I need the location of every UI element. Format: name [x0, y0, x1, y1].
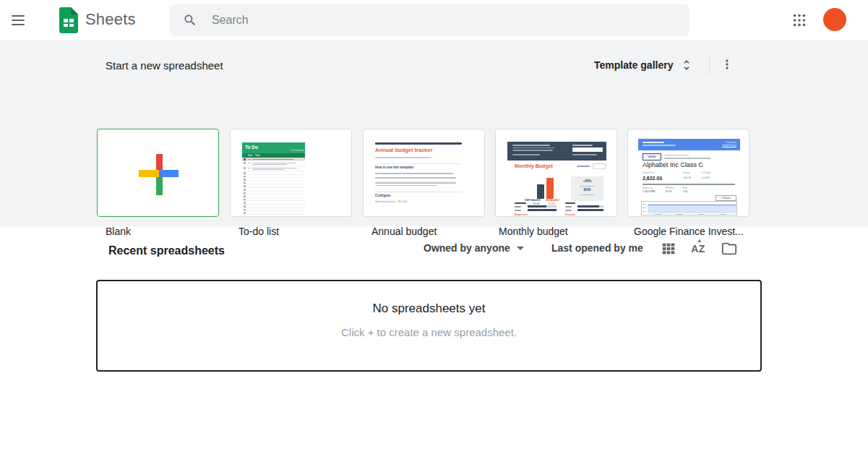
account-avatar[interactable]	[823, 8, 846, 31]
todo-thumb-completed: % Completed	[291, 150, 304, 152]
todo-thumb-rows	[242, 158, 305, 215]
empty-state-title: No spreadsheets yet	[98, 301, 760, 316]
empty-state-box: No spreadsheets yet Click + to create a …	[96, 280, 762, 372]
folder-icon	[721, 241, 737, 257]
apps-grid-icon	[791, 12, 807, 28]
finance-thumb-marketcap: 1,762.07BM	[643, 191, 655, 193]
todo-row	[242, 211, 305, 215]
sort-order-label: Last opened by me	[551, 242, 643, 254]
template-label-monthly: Monthly budget	[499, 226, 568, 237]
finance-thumb-chart	[641, 201, 737, 215]
finance-thumb-header: Powered by Google Finance	[638, 139, 740, 150]
template-card-todo-list[interactable]: To Do % Completed ✓ Date Task	[230, 129, 352, 217]
empty-state-subtitle: Click + to create a new spreadsheet.	[98, 326, 760, 338]
annual-thumb-title: Annual budget tracker	[375, 147, 433, 153]
template-label-annual: Annual budget	[371, 226, 437, 237]
kebab-menu-icon	[720, 57, 734, 72]
finance-thumb-range-button: 12 Months	[716, 195, 736, 201]
monthly-thumb-pct: +50%	[571, 180, 603, 184]
monthly-thumb-title: Monthly Budget	[515, 163, 553, 168]
monthly-thumb-header	[507, 142, 606, 161]
template-gallery-button[interactable]: Template gallery	[594, 59, 693, 72]
template-card-monthly-budget[interactable]: Monthly Budget START BALANCE END BALANCE…	[495, 129, 617, 217]
sort-order-button[interactable]: Last opened by me	[547, 241, 648, 254]
main-menu-button[interactable]	[12, 11, 32, 30]
annual-thumb-howto: How to use this template	[375, 166, 413, 170]
template-section-title: Start a new spreadsheet	[106, 59, 223, 72]
finance-thumb-pe: 30.74	[666, 191, 671, 193]
finance-thumb-change-label: Change	[683, 172, 690, 174]
apps-grid-button[interactable]	[790, 12, 809, 30]
grid-view-button[interactable]	[659, 239, 678, 258]
finance-thumb-beta-label: Beta	[683, 187, 687, 189]
template-gallery-control: Template gallery	[594, 55, 737, 75]
sort-az-button[interactable]: AZ▲	[689, 239, 708, 258]
todo-thumb-title: To Do	[245, 145, 258, 150]
monthly-thumb-end-value: $1,500	[549, 203, 555, 205]
search-bar[interactable]	[170, 4, 689, 36]
template-section: Start a new spreadsheet Template gallery	[0, 41, 868, 226]
owner-filter-dropdown[interactable]: Owned by anyone	[419, 241, 528, 254]
dropdown-arrow-icon	[517, 247, 524, 250]
grid-view-icon	[661, 241, 676, 257]
section-more-menu-button[interactable]	[717, 55, 737, 75]
app-name: Sheets	[85, 10, 136, 29]
todo-row	[242, 161, 305, 166]
todo-thumb-task-col: Task	[255, 155, 260, 157]
search-input[interactable]	[170, 4, 689, 36]
template-gallery-label: Template gallery	[594, 59, 673, 71]
sheets-home-page: Sheets Start a new spreadsheet Template …	[0, 0, 868, 462]
todo-thumb-header: To Do % Completed	[242, 142, 305, 153]
finance-thumb-provider: Google Finance	[722, 145, 736, 147]
monthly-thumb-summary-panel: +50% $500	[571, 176, 603, 201]
template-card-annual-budget[interactable]: Annual budget tracker How to use this te…	[363, 129, 485, 217]
finance-thumb-ticker: GOOG	[643, 153, 661, 161]
template-label-finance: Google Finance Invest...	[634, 226, 744, 237]
top-app-bar: Sheets	[0, 0, 868, 41]
finance-thumb-pct-change: +1.40%	[701, 177, 710, 180]
todo-row	[242, 166, 305, 171]
recent-section-title: Recent spreadsheets	[108, 244, 225, 257]
finance-thumb-change: +36.19	[683, 177, 691, 180]
finance-thumb-beta: 1.00	[683, 191, 687, 193]
finance-thumb-title: Alphabet Inc Class C	[643, 162, 703, 168]
vertical-divider	[709, 56, 710, 74]
finance-thumb-pe-label: P/E Ratio	[666, 187, 674, 189]
sheets-logo-icon[interactable]	[59, 7, 78, 36]
hamburger-icon	[12, 15, 32, 25]
unfold-more-icon	[680, 59, 693, 72]
annual-thumb-configure: Configure	[375, 194, 390, 198]
finance-thumb-price-label: Current Price	[643, 172, 654, 174]
todo-thumb-date-col: Date	[248, 155, 253, 157]
sort-az-icon: AZ▲	[691, 243, 705, 254]
template-label-blank: Blank	[106, 226, 131, 237]
monthly-thumb-start-value: $1,000	[533, 203, 540, 205]
open-file-picker-button[interactable]	[720, 239, 739, 258]
monthly-thumb-expenses: Expenses	[515, 213, 557, 217]
monthly-thumb-income: Income	[565, 213, 606, 217]
annual-thumb-starting-label: Starting balance:	[375, 200, 397, 203]
template-label-todo: To-do list	[239, 226, 279, 237]
finance-thumb-marketcap-label: Market Cap	[643, 187, 653, 189]
monthly-thumb-amount: $500	[571, 189, 603, 192]
finance-thumb-powered-by: Powered by	[726, 142, 736, 144]
finance-thumb-price: 2,622.03	[643, 176, 662, 181]
annual-thumb-starting-amount: $5,000	[398, 200, 407, 203]
owner-filter-label: Owned by anyone	[424, 242, 510, 254]
finance-thumb-pct-change-label: % Change	[701, 172, 710, 174]
template-card-blank[interactable]	[97, 129, 219, 217]
template-card-google-finance[interactable]: Powered by Google Finance GOOG Alphabet …	[627, 129, 749, 217]
